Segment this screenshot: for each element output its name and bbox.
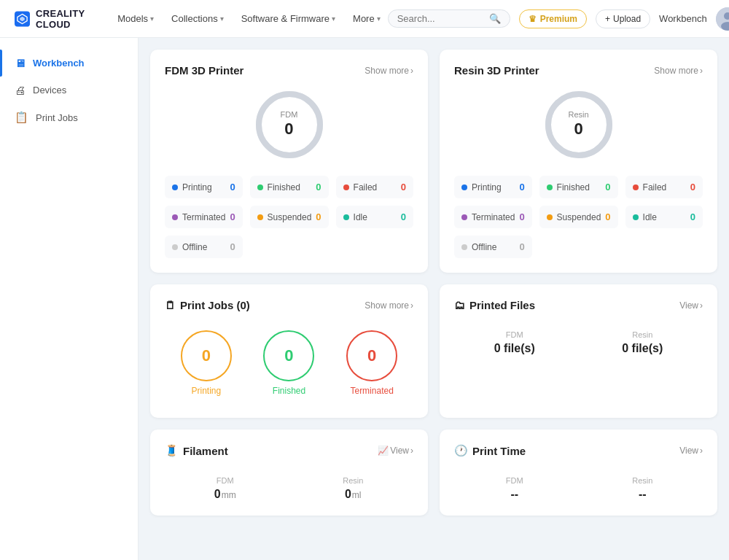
filament-title: 🧵 Filament xyxy=(165,444,228,457)
sidebar: 🖥 Workbench 🖨 Devices 📋 Print Jobs xyxy=(0,38,139,560)
filament-header: 🧵 Filament 📈 View › xyxy=(165,444,413,457)
premium-button[interactable]: ♛ Premium xyxy=(519,9,587,28)
layers-icon: 🗂 xyxy=(454,299,465,311)
terminated-dot xyxy=(461,214,467,220)
print-time-header: 🕐 Print Time View › xyxy=(454,444,703,457)
fdm-status-failed: Failed 0 xyxy=(336,176,413,198)
chevron-down-icon: ▾ xyxy=(332,15,335,23)
resin-donut-label: Resin 0 xyxy=(568,110,588,139)
chevron-right-icon: › xyxy=(410,300,413,311)
nav-more[interactable]: More ▾ xyxy=(346,9,388,28)
resin-status-printing: Printing 0 xyxy=(454,176,532,198)
logo-icon xyxy=(15,7,30,31)
logo[interactable]: CREALITY CLOUD xyxy=(15,7,93,31)
resin-donut-wrap: Resin 0 xyxy=(454,88,703,161)
fdm-status-finished: Finished 0 xyxy=(250,176,329,198)
print-time-resin: Resin -- xyxy=(582,476,703,501)
sidebar-item-workbench[interactable]: 🖥 Workbench xyxy=(0,50,138,77)
resin-status-grid: Printing 0 Finished 0 Failed 0 xyxy=(454,176,703,258)
fdm-status-terminated: Terminated 0 xyxy=(165,206,243,228)
failed-dot xyxy=(343,184,349,190)
resin-card-header: Resin 3D Printer Show more › xyxy=(454,64,703,77)
chevron-down-icon: ▾ xyxy=(220,15,224,23)
filament-card: 🧵 Filament 📈 View › FDM 0 mm xyxy=(150,429,428,516)
resin-status-idle: Idle 0 xyxy=(625,206,703,228)
fdm-status-idle: Idle 0 xyxy=(336,206,413,228)
fdm-card-header: FDM 3D Printer Show more › xyxy=(165,64,413,77)
fdm-card-title: FDM 3D Printer xyxy=(165,64,243,77)
print-jobs-show-more[interactable]: Show more › xyxy=(364,300,413,311)
fdm-status-grid: Printing 0 Finished 0 Failed 0 xyxy=(165,176,413,258)
resin-status-suspended: Suspended 0 xyxy=(539,206,618,228)
sidebar-item-devices[interactable]: 🖨 Devices xyxy=(0,77,138,104)
chart-icon: 📈 xyxy=(378,446,389,456)
pj-terminated-circle: 0 xyxy=(346,330,397,381)
avatar-icon xyxy=(716,7,729,31)
printing-dot xyxy=(172,184,178,190)
suspended-dot xyxy=(257,214,263,220)
pj-printing-wrap: 0 Printing xyxy=(181,330,232,396)
pj-terminated-label: Terminated xyxy=(350,386,393,396)
upload-button[interactable]: + Upload xyxy=(596,9,650,28)
offline-dot xyxy=(172,244,178,250)
fdm-printer-card: FDM 3D Printer Show more › FDM xyxy=(150,50,428,273)
offline-dot xyxy=(461,244,467,250)
avatar[interactable] xyxy=(716,7,729,31)
print-jobs-title: 🗒 Print Jobs (0) xyxy=(165,299,250,311)
nav-models[interactable]: Models ▾ xyxy=(110,9,161,28)
fdm-status-suspended: Suspended 0 xyxy=(250,206,329,228)
fdm-status-printing: Printing 0 xyxy=(165,176,243,198)
print-time-view[interactable]: View › xyxy=(679,446,703,456)
search-box[interactable]: 🔍 xyxy=(388,9,510,28)
pj-printing-circle: 0 xyxy=(181,330,232,381)
printed-files-view[interactable]: View › xyxy=(679,300,703,311)
print-time-card: 🕐 Print Time View › FDM -- Resin xyxy=(440,429,717,516)
failed-dot xyxy=(633,184,639,190)
printer-cards-row: FDM 3D Printer Show more › FDM xyxy=(150,50,717,273)
workbench-icon: 🖥 xyxy=(15,57,26,69)
idle-dot xyxy=(343,214,349,220)
filament-resin: Resin 0 ml xyxy=(293,476,414,501)
crown-icon: ♛ xyxy=(529,14,537,24)
fdm-donut-wrap: FDM 0 xyxy=(165,88,413,161)
filament-stats: FDM 0 mm Resin 0 ml xyxy=(165,469,413,501)
fdm-status-offline: Offline 0 xyxy=(165,236,243,258)
print-jobs-header: 🗒 Print Jobs (0) Show more › xyxy=(165,299,413,311)
print-jobs-circles: 0 Printing 0 Finished 0 Terminated xyxy=(165,323,413,403)
chevron-right-icon: › xyxy=(410,446,413,456)
resin-printer-card: Resin 3D Printer Show more › Resin xyxy=(440,50,717,273)
printed-files-resin: Resin 0 file(s) xyxy=(582,330,703,355)
search-input[interactable] xyxy=(397,13,485,24)
finished-dot xyxy=(257,184,263,190)
filament-icon: 🧵 xyxy=(165,444,179,457)
main-nav: Models ▾ Collections ▾ Software & Firmwa… xyxy=(110,9,388,28)
chevron-right-icon: › xyxy=(700,66,703,76)
resin-show-more[interactable]: Show more › xyxy=(654,66,703,76)
terminated-dot xyxy=(172,214,178,220)
resin-card-title: Resin 3D Printer xyxy=(454,64,539,77)
chevron-down-icon: ▾ xyxy=(377,15,381,23)
nav-collections[interactable]: Collections ▾ xyxy=(164,9,231,28)
pj-finished-circle: 0 xyxy=(263,330,314,381)
filament-view[interactable]: 📈 View › xyxy=(378,446,413,456)
filament-fdm: FDM 0 mm xyxy=(165,476,286,501)
resin-status-terminated: Terminated 0 xyxy=(454,206,532,228)
header: CREALITY CLOUD Models ▾ Collections ▾ So… xyxy=(0,0,729,38)
nav-software[interactable]: Software & Firmware ▾ xyxy=(234,9,343,28)
printed-files-header: 🗂 Printed Files View › xyxy=(454,299,703,311)
sidebar-item-print-jobs[interactable]: 📋 Print Jobs xyxy=(0,104,138,131)
fdm-show-more[interactable]: Show more › xyxy=(364,66,413,76)
idle-dot xyxy=(633,214,639,220)
print-jobs-icon: 🗒 xyxy=(165,299,176,311)
print-time-fdm: FDM -- xyxy=(454,476,575,501)
logo-text: CREALITY CLOUD xyxy=(36,8,93,30)
workbench-button[interactable]: Workbench xyxy=(659,13,707,24)
printed-files-title: 🗂 Printed Files xyxy=(454,299,535,311)
suspended-dot xyxy=(547,214,553,220)
app-body: 🖥 Workbench 🖨 Devices 📋 Print Jobs FDM 3… xyxy=(0,38,729,560)
chevron-right-icon: › xyxy=(700,300,703,311)
fdm-donut: FDM 0 xyxy=(253,88,326,161)
pj-finished-label: Finished xyxy=(273,386,305,396)
filament-time-row: 🧵 Filament 📈 View › FDM 0 mm xyxy=(150,429,717,516)
printing-dot xyxy=(461,184,467,190)
